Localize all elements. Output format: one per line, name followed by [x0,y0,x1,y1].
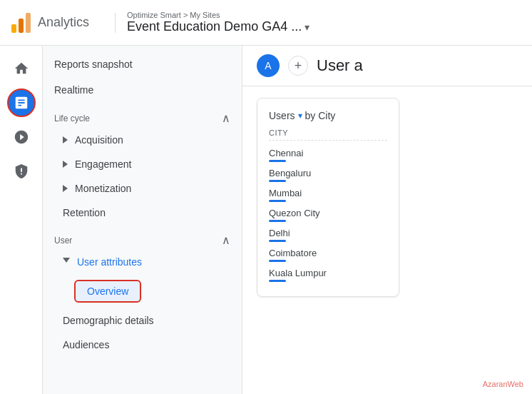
add-report-button[interactable]: + [288,56,308,76]
city-bar [269,240,286,242]
breadcrumb: Optimize Smart > My Sites [127,11,310,19]
city-name: Quezon City [269,208,320,218]
acquisition-label: Acquisition [75,134,123,146]
content-header: A + User a [242,46,532,86]
logo-group: Analytics [11,13,89,33]
user-section-label: User [54,236,72,246]
lifecycle-section-header[interactable]: Life cycle ∧ [43,103,242,128]
card-title: Users ▾ by City [269,110,387,121]
logo-bar-2 [19,19,24,33]
list-item: Delhi [269,225,387,245]
sidebar-item-demographic-details[interactable]: Demographic details [43,308,242,333]
city-list: Chennai Bengaluru Mumbai Quezon City Del… [269,145,387,285]
logo-bar-3 [26,13,31,33]
sidebar-item-overview[interactable]: Overview [43,274,242,308]
city-bar [269,180,286,182]
filter-icon[interactable]: ▾ [298,111,302,121]
acquisition-triangle-icon [63,136,68,143]
card-subtitle: by City [305,110,336,121]
lifecycle-expand-icon: ∧ [222,111,230,125]
sidebar-item-acquisition[interactable]: Acquisition [43,128,242,152]
sidebar-item-retention[interactable]: Retention [43,201,242,225]
city-name: Chennai [269,148,303,158]
header-nav: Optimize Smart > My Sites Event Educatio… [127,11,310,34]
reports-snapshot-label: Reports snapshot [54,59,133,70]
monetization-triangle-icon [63,185,68,192]
city-bar [269,220,286,222]
explore-icon-btn[interactable] [7,123,36,151]
home-icon [14,61,29,76]
engagement-triangle-icon [63,161,68,168]
monetization-label: Monetization [75,183,131,194]
add-icon: + [295,59,302,74]
city-column-header: CITY [269,128,387,141]
main-content: A + User a Users ▾ by City CITY Chennai … [242,46,532,394]
city-name: Kuala Lumpur [269,268,327,278]
list-item: Kuala Lumpur [269,265,387,285]
card-title-users: Users [269,110,295,121]
sidebar-item-engagement[interactable]: Engagement [43,152,242,176]
icon-bar [0,46,43,394]
dropdown-arrow[interactable]: ▾ [305,21,310,33]
analytics-label: Analytics [38,15,89,30]
main-layout: Reports snapshot Realtime Life cycle ∧ A… [0,46,532,394]
advertising-icon-btn[interactable] [7,157,36,186]
city-name: Mumbai [269,188,302,198]
city-bar [269,200,286,202]
explore-icon [14,129,29,145]
overview-label: Overview [87,286,128,297]
reports-icon [14,95,29,111]
sidebar-item-audiences[interactable]: Audiences [43,333,242,357]
logo-bar-1 [11,24,16,33]
retention-label: Retention [63,207,106,218]
city-bar [269,260,286,262]
lifecycle-label: Life cycle [54,113,90,123]
analytics-logo [11,13,31,33]
users-by-city-card: Users ▾ by City CITY Chennai Bengaluru M… [257,98,399,297]
header-title-text: Event Education Demo GA4 ... [127,19,302,34]
demographic-details-label: Demographic details [63,315,154,326]
city-name: Delhi [269,228,290,238]
city-name: Bengaluru [269,168,311,178]
sidebar-item-realtime[interactable]: Realtime [43,77,242,103]
user-attributes-triangle-icon [63,258,70,266]
page-title: User a [317,56,363,75]
city-bar [269,160,286,162]
overview-button[interactable]: Overview [74,280,141,303]
list-item: Quezon City [269,205,387,225]
page-title-header: Event Education Demo GA4 ... ▾ [127,19,310,34]
audiences-label: Audiences [63,339,109,350]
list-item: Mumbai [269,185,387,205]
user-attributes-label: User attributes [77,256,142,268]
card-container: Users ▾ by City CITY Chennai Bengaluru M… [242,86,532,308]
user-expand-icon: ∧ [222,233,230,247]
reports-icon-btn[interactable] [7,89,36,117]
advertising-icon [14,163,29,179]
app-header: Analytics Optimize Smart > My Sites Even… [0,0,532,46]
city-bar [269,280,286,282]
header-divider [115,13,116,33]
avatar: A [257,54,280,77]
user-section-header[interactable]: User ∧ [43,225,242,250]
home-icon-btn[interactable] [7,54,36,83]
sidebar-item-user-attributes[interactable]: User attributes [43,250,242,274]
list-item: Chennai [269,145,387,165]
sidebar: Reports snapshot Realtime Life cycle ∧ A… [43,46,242,394]
city-name: Coimbatore [269,248,317,258]
watermark: AzaranWeb [483,380,523,388]
sidebar-item-monetization[interactable]: Monetization [43,176,242,201]
avatar-letter: A [265,60,271,71]
list-item: Coimbatore [269,245,387,265]
realtime-label: Realtime [54,84,93,96]
sidebar-item-reports-snapshot[interactable]: Reports snapshot [43,51,242,77]
engagement-label: Engagement [75,158,131,170]
list-item: Bengaluru [269,165,387,185]
